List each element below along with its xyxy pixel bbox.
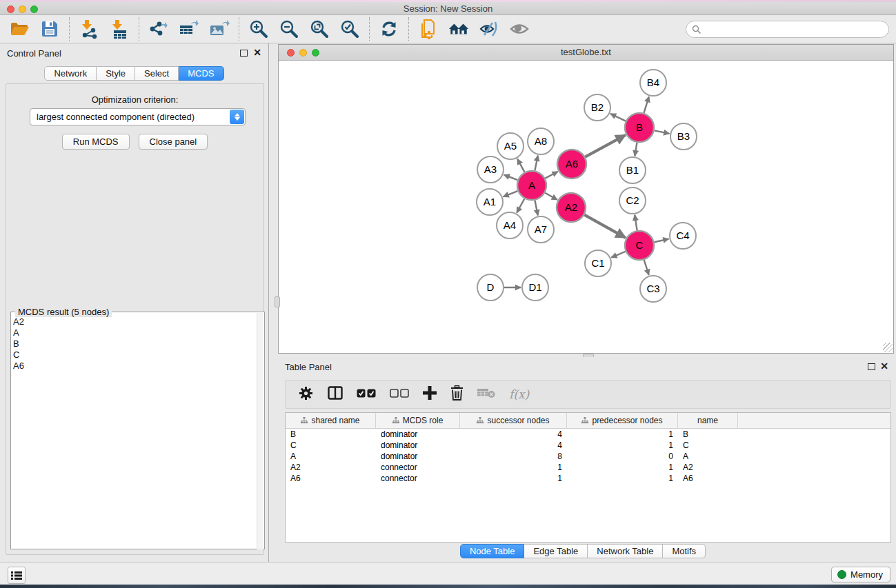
- mcds-result-list[interactable]: A2ABCA6: [13, 316, 24, 372]
- close-panel-button[interactable]: Close panel: [139, 134, 208, 150]
- edge-A2-C[interactable]: [584, 215, 626, 238]
- node-C[interactable]: C: [625, 231, 654, 260]
- node-A5[interactable]: A5: [497, 133, 524, 159]
- edge-A-A2[interactable]: [545, 193, 557, 200]
- search-text-field[interactable]: [705, 23, 888, 37]
- edge-A6-B[interactable]: [585, 135, 625, 157]
- table-row[interactable]: Bdominator41B: [286, 429, 890, 440]
- cell-name[interactable]: B: [678, 429, 738, 440]
- table-row[interactable]: A2connector11A2: [286, 462, 890, 473]
- edge-A-A4[interactable]: [517, 199, 524, 212]
- tab-motifs[interactable]: Motifs: [663, 544, 706, 558]
- open-session-icon[interactable]: [9, 19, 30, 39]
- edge-A-A7[interactable]: [535, 201, 537, 216]
- float-panel-icon[interactable]: [240, 50, 248, 57]
- tab-select[interactable]: Select: [135, 66, 179, 81]
- network-canvas[interactable]: B4B2BB3A5A8A6A3B1AC2A1A2A4A7C4CC1C3DD1: [279, 61, 893, 353]
- home-icon[interactable]: [448, 19, 469, 39]
- node-B3[interactable]: B3: [670, 123, 697, 150]
- node-D[interactable]: D: [477, 274, 504, 301]
- table-row[interactable]: Cdominator41C: [286, 440, 890, 451]
- run-mcds-button[interactable]: Run MCDS: [62, 134, 130, 150]
- zoom-network-light[interactable]: [312, 49, 319, 57]
- cell-successor-nodes[interactable]: 4: [460, 429, 567, 440]
- optimization-criterion-select[interactable]: largest connected component (directed): [30, 108, 246, 125]
- splitter-handle-left[interactable]: [275, 296, 280, 307]
- cell-MCDS-role[interactable]: dominator: [376, 429, 460, 440]
- close-panel-icon[interactable]: ✕: [253, 47, 261, 58]
- edge-A-A8[interactable]: [535, 156, 537, 171]
- minimize-window-light[interactable]: [19, 6, 26, 13]
- export-network-icon[interactable]: [148, 19, 169, 39]
- close-window-light[interactable]: [7, 6, 14, 13]
- edge-A-A3[interactable]: [504, 175, 518, 181]
- zoom-fit-icon[interactable]: [309, 19, 330, 39]
- network-window-titlebar[interactable]: testGlobe.txt: [279, 45, 893, 61]
- node-C4[interactable]: C4: [670, 223, 696, 249]
- edge-B-B4[interactable]: [644, 97, 648, 113]
- export-table-icon[interactable]: [179, 19, 199, 39]
- node-B2[interactable]: B2: [584, 94, 610, 121]
- node-B1[interactable]: B1: [619, 157, 646, 183]
- mcds-result-item[interactable]: A2: [13, 316, 24, 327]
- minimize-network-light[interactable]: [299, 49, 307, 57]
- cell-successor-nodes[interactable]: 1: [460, 473, 567, 484]
- add-column-icon[interactable]: [423, 386, 437, 403]
- edge-A-A6[interactable]: [545, 172, 557, 179]
- cell-MCDS-role[interactable]: connector: [376, 462, 460, 473]
- close-table-panel-icon[interactable]: ✕: [880, 361, 888, 372]
- mcds-result-item[interactable]: B: [13, 338, 24, 349]
- cell-shared-name[interactable]: C: [286, 440, 376, 451]
- cell-MCDS-role[interactable]: dominator: [376, 451, 460, 462]
- import-table-icon[interactable]: [109, 19, 130, 39]
- select-all-icon[interactable]: [357, 388, 376, 401]
- node-A8[interactable]: A8: [528, 128, 554, 154]
- node-A2[interactable]: A2: [557, 193, 586, 222]
- column-header-predecessor-nodes[interactable]: predecessor nodes: [567, 413, 678, 428]
- cell-MCDS-role[interactable]: dominator: [376, 440, 460, 451]
- column-header-successor-nodes[interactable]: successor nodes: [460, 413, 567, 428]
- cell-name[interactable]: C: [678, 440, 738, 451]
- cell-shared-name[interactable]: A2: [286, 462, 376, 473]
- node-C3[interactable]: C3: [640, 276, 666, 302]
- edge-C-C4[interactable]: [654, 239, 668, 243]
- cell-shared-name[interactable]: A: [286, 451, 376, 462]
- node-A4[interactable]: A4: [497, 212, 523, 239]
- save-session-icon[interactable]: [39, 19, 60, 39]
- cell-shared-name[interactable]: B: [286, 429, 376, 440]
- cell-name[interactable]: A6: [678, 473, 738, 484]
- edge-A-A5[interactable]: [517, 159, 524, 172]
- cell-successor-nodes[interactable]: 8: [460, 451, 567, 462]
- cell-predecessor-nodes[interactable]: 1: [567, 440, 678, 451]
- close-network-light[interactable]: [287, 49, 295, 57]
- delete-icon[interactable]: [450, 385, 464, 403]
- cell-predecessor-nodes[interactable]: 1: [567, 429, 678, 440]
- tab-node-table[interactable]: Node Table: [460, 544, 525, 558]
- tab-network[interactable]: Network: [44, 66, 97, 81]
- column-header-MCDS-role[interactable]: MCDS role: [376, 413, 460, 428]
- zoom-out-icon[interactable]: [279, 19, 299, 39]
- node-A6[interactable]: A6: [557, 150, 586, 179]
- node-C2[interactable]: C2: [619, 187, 646, 214]
- cell-predecessor-nodes[interactable]: 0: [567, 451, 678, 462]
- node-A[interactable]: A: [517, 171, 546, 200]
- zoom-in-icon[interactable]: [248, 19, 269, 39]
- deselect-all-icon[interactable]: [390, 388, 409, 401]
- mcds-result-item[interactable]: A: [13, 327, 24, 338]
- cell-name[interactable]: A2: [678, 462, 738, 473]
- node-B[interactable]: B: [625, 113, 654, 142]
- column-header-name[interactable]: name: [678, 413, 738, 428]
- cell-predecessor-nodes[interactable]: 1: [567, 473, 678, 484]
- column-header-shared-name[interactable]: shared name: [286, 413, 376, 428]
- node-C1[interactable]: C1: [585, 250, 611, 276]
- edge-A-A1[interactable]: [504, 191, 518, 196]
- gear-icon[interactable]: [298, 385, 314, 404]
- node-A3[interactable]: A3: [477, 156, 504, 183]
- table-row[interactable]: A6connector11A6: [286, 473, 890, 484]
- export-image-icon[interactable]: [209, 19, 230, 39]
- show-panel-eye-icon[interactable]: [509, 19, 530, 39]
- edge-B-B2[interactable]: [610, 114, 626, 121]
- zoom-window-light[interactable]: [30, 6, 38, 13]
- cell-shared-name[interactable]: A6: [286, 473, 376, 484]
- node-A1[interactable]: A1: [477, 189, 503, 215]
